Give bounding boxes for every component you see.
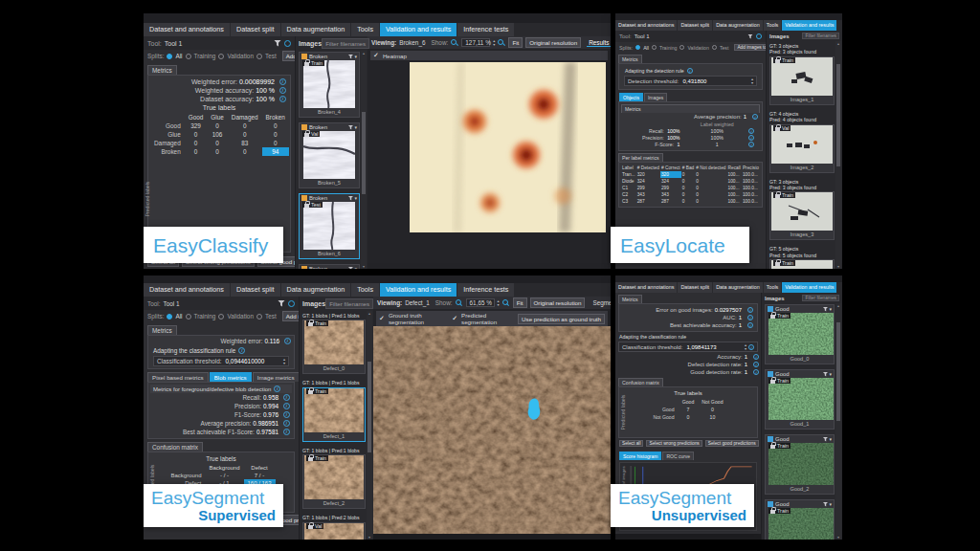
scrollbar[interactable] — [835, 41, 841, 269]
tab-roc-curve[interactable]: ROC curve — [662, 452, 694, 460]
retrain-icon[interactable] — [756, 33, 762, 39]
classification-threshold-field[interactable]: Classification threshold:0,0944610000 — [153, 356, 289, 366]
metrics-section-tab[interactable]: Metrics — [618, 55, 642, 63]
list-item[interactable]: GT: 4 objectsPred: 4 objects found Val I… — [769, 110, 835, 173]
cell[interactable]: 7 / - — [244, 472, 276, 479]
metrics-section-tab[interactable]: Metrics — [147, 325, 177, 335]
split-option-training[interactable]: Training — [659, 45, 678, 51]
tab-dataset-split[interactable]: Dataset split — [231, 23, 280, 36]
tool-select[interactable]: Tool 1 — [164, 300, 180, 307]
cell[interactable]: 0 — [698, 406, 726, 413]
segmentation-tab[interactable]: Segmentation — [590, 299, 611, 306]
tab-inference-tests[interactable]: Inference tests — [457, 283, 514, 297]
col-header[interactable]: # Correct — [660, 165, 681, 171]
tab-data-augmentation[interactable]: Data augmentation — [713, 282, 763, 293]
list-item[interactable]: GT: 1 blobs | Pred:2 blobs Val Defect_3 — [302, 514, 366, 540]
split-radio-validation[interactable] — [218, 54, 224, 59]
tab-dataset-split[interactable]: Dataset split — [678, 20, 712, 31]
chevron-down-icon[interactable] — [829, 436, 832, 442]
split-radio-all[interactable] — [167, 314, 172, 320]
tab-tools[interactable]: Tools — [351, 23, 379, 36]
tab-score-histogram[interactable]: Score histogram — [619, 452, 661, 460]
image-card-broken5[interactable]: Broken Val Broken_5 — [299, 122, 360, 188]
info-icon[interactable] — [279, 96, 286, 102]
info-icon[interactable] — [283, 394, 290, 401]
tab-pixel-based-metrics[interactable]: Pixel based metrics — [147, 372, 209, 382]
cell[interactable]: 329 — [185, 121, 208, 130]
list-item[interactable]: GT: 3 objectsPred: 3 objects found Train… — [769, 178, 835, 241]
funnel-icon[interactable] — [347, 125, 353, 130]
info-icon[interactable] — [748, 344, 754, 350]
predicted-seg-checkbox-label[interactable]: Predicted segmentation — [461, 312, 514, 325]
select-all-button[interactable]: Select all — [619, 440, 643, 447]
col-header[interactable]: # Detected — [636, 165, 660, 171]
split-radio-test[interactable] — [256, 314, 262, 320]
filter-filenames-button[interactable]: Filter filenames — [802, 295, 839, 301]
split-radio-test[interactable] — [712, 45, 717, 50]
tab-objects[interactable]: Objects — [619, 93, 643, 101]
cell[interactable]: 106 — [207, 130, 228, 139]
detection-threshold-field[interactable]: Detection threshold:0,431800 — [624, 76, 757, 86]
selected-cell[interactable]: 94 — [262, 147, 289, 156]
tab-tools[interactable]: Tools — [351, 283, 379, 297]
chevron-down-icon[interactable] — [829, 306, 832, 312]
info-icon[interactable] — [747, 307, 753, 313]
chevron-down-icon[interactable] — [829, 501, 832, 507]
retrain-icon[interactable] — [284, 40, 291, 47]
funnel-icon[interactable] — [347, 196, 353, 201]
info-icon[interactable] — [283, 420, 290, 427]
cell[interactable]: 0 — [262, 121, 289, 130]
list-item[interactable]: ​GT: 3 objectsPred: 3 objects found Trai… — [769, 42, 835, 105]
spinner-icon[interactable] — [751, 77, 753, 84]
split-option-validation[interactable]: Validation — [227, 313, 254, 320]
filter-filenames-button[interactable]: Filter filenames — [322, 38, 369, 49]
info-icon[interactable] — [753, 369, 759, 375]
info-icon[interactable] — [752, 114, 758, 120]
cell[interactable]: 0 — [207, 139, 228, 147]
tab-images[interactable]: Images — [644, 93, 667, 101]
split-radio-validation[interactable] — [679, 45, 684, 50]
funnel-icon[interactable] — [822, 372, 828, 377]
funnel-icon[interactable] — [347, 267, 353, 270]
image-card-broken6-selected[interactable]: Broken Test Broken_6 — [299, 193, 360, 259]
list-item[interactable]: GT: 1 blobs | Pred:1 blobs Train Defect_… — [302, 379, 366, 441]
spinner-icon[interactable] — [283, 358, 285, 364]
zoom-level-input[interactable]: 61,65 % — [466, 298, 495, 307]
image-card-good0[interactable]: Good Train Good_0 — [765, 304, 835, 364]
split-radio-training[interactable] — [652, 45, 657, 50]
cell[interactable]: 0 — [185, 130, 208, 139]
col-header[interactable]: Label — [621, 165, 636, 171]
zoom-spinner-icon[interactable] — [498, 299, 500, 306]
tab-dataset-and-annotations[interactable]: Dataset and annotations — [615, 20, 677, 31]
split-radio-all[interactable] — [167, 54, 172, 59]
split-option-test[interactable]: Test — [720, 45, 729, 51]
table-row[interactable]: C328728700100...100.0... — [621, 198, 760, 205]
tab-data-augmentation[interactable]: Data augmentation — [281, 283, 351, 297]
image-canvas[interactable] — [368, 60, 611, 269]
col-header[interactable]: Recall — [727, 165, 742, 171]
tool-select[interactable]: Tool 1 — [165, 40, 183, 47]
info-icon[interactable] — [279, 87, 286, 94]
table-row[interactable]: C234334300100...100.0... — [621, 191, 760, 198]
tool-select[interactable]: Tool 1 — [635, 33, 650, 39]
info-icon[interactable] — [747, 315, 753, 320]
cell[interactable]: 83 — [228, 139, 262, 147]
zoom-in-icon[interactable] — [498, 39, 505, 47]
split-radio-test[interactable] — [256, 54, 262, 59]
split-radio-validation[interactable] — [218, 314, 224, 320]
split-option-test[interactable]: Test — [265, 53, 277, 59]
info-icon[interactable] — [753, 362, 759, 367]
cell[interactable]: 0 — [262, 130, 289, 139]
check-icon[interactable] — [373, 52, 379, 59]
split-option-validation[interactable]: Validation — [227, 53, 254, 59]
ground-truth-checkbox-label[interactable]: Ground truth segmentation — [389, 312, 448, 325]
info-icon[interactable] — [238, 347, 245, 354]
tab-dataset-and-annotations[interactable]: Dataset and annotations — [144, 283, 230, 297]
zoom-in-icon[interactable] — [502, 299, 510, 307]
info-icon[interactable] — [753, 354, 759, 360]
image-card-good3[interactable]: Good Train Good_3 — [765, 499, 835, 540]
filter-filenames-button[interactable]: Filter filenames — [325, 298, 373, 309]
col-header[interactable]: # Not detected — [695, 165, 726, 171]
split-option-training[interactable]: Training — [194, 53, 216, 59]
chevron-down-icon[interactable] — [354, 54, 357, 59]
